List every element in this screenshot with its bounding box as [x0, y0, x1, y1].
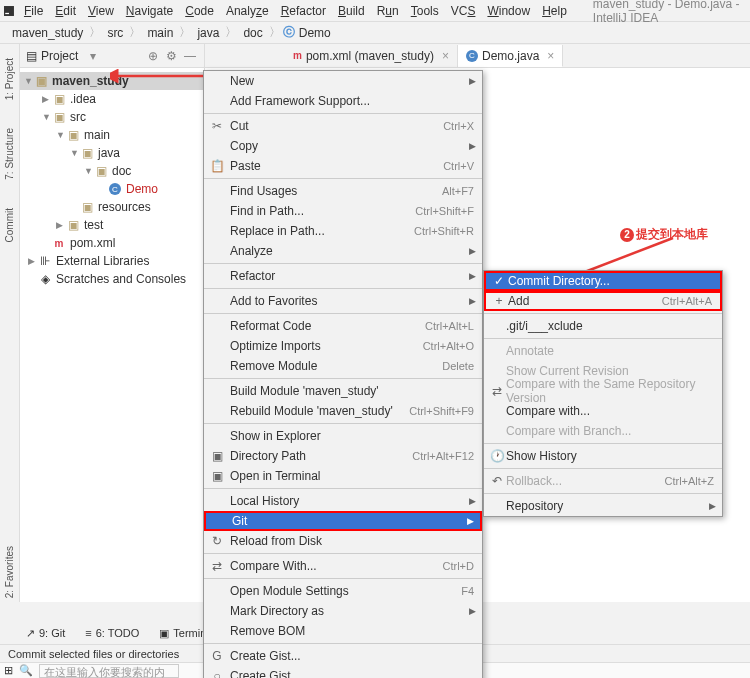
menu-item[interactable]: ○Create Gist...: [204, 666, 482, 678]
svg-rect-1: [5, 12, 9, 13]
menu-vcs[interactable]: VCS: [445, 2, 482, 20]
menu-item[interactable]: Local History▶: [204, 491, 482, 511]
menu-item[interactable]: Reformat CodeCtrl+Alt+L: [204, 316, 482, 336]
tree-item[interactable]: ▼▣java: [20, 144, 204, 162]
menu-tools[interactable]: Tools: [405, 2, 445, 20]
close-icon[interactable]: ×: [442, 49, 449, 63]
editor-tabs: m pom.xml (maven_study) × C Demo.java ×: [205, 44, 750, 68]
project-header-label[interactable]: Project: [41, 49, 86, 63]
menu-item[interactable]: Find UsagesAlt+F7: [204, 181, 482, 201]
menu-item[interactable]: Build Module 'maven_study': [204, 381, 482, 401]
menu-item[interactable]: ↶Rollback...Ctrl+Alt+Z: [484, 471, 722, 491]
menu-item[interactable]: 📋PasteCtrl+V: [204, 156, 482, 176]
tree-item[interactable]: ▣resources: [20, 198, 204, 216]
tree-item[interactable]: ▶⊪External Libraries: [20, 252, 204, 270]
gear-icon[interactable]: ⚙: [166, 49, 180, 63]
menu-edit[interactable]: Edit: [49, 2, 82, 20]
menu-item[interactable]: Open Module SettingsF4: [204, 581, 482, 601]
menu-item[interactable]: Analyze▶: [204, 241, 482, 261]
menu-run[interactable]: Run: [371, 2, 405, 20]
tree-item[interactable]: ▼▣main: [20, 126, 204, 144]
menu-item[interactable]: Show in Explorer: [204, 426, 482, 446]
windows-icon[interactable]: ⊞: [4, 664, 13, 677]
close-icon[interactable]: ×: [547, 49, 554, 63]
menu-item[interactable]: Replace in Path...Ctrl+Shift+R: [204, 221, 482, 241]
bc-main[interactable]: main: [143, 26, 177, 40]
tab-pom[interactable]: m pom.xml (maven_study) ×: [285, 45, 458, 67]
menu-build[interactable]: Build: [332, 2, 371, 20]
menu-item[interactable]: Annotate: [484, 341, 722, 361]
bottom-tab-git[interactable]: ↗ 9: Git: [20, 625, 71, 642]
menu-item[interactable]: Copy▶: [204, 136, 482, 156]
menu-item[interactable]: New▶: [204, 71, 482, 91]
menu-item[interactable]: Repository▶: [484, 496, 722, 516]
breadcrumb: maven_study〉 src〉 main〉 java〉 doc〉 ⓒ Dem…: [0, 22, 750, 44]
tree-item[interactable]: CDemo: [20, 180, 204, 198]
tree-item[interactable]: ▶▣test: [20, 216, 204, 234]
bc-src[interactable]: src: [103, 26, 127, 40]
context-menu: New▶Add Framework Support...✂CutCtrl+XCo…: [203, 70, 483, 678]
menu-item[interactable]: Git▶: [204, 511, 482, 531]
tab-demo[interactable]: C Demo.java ×: [458, 45, 563, 67]
menu-help[interactable]: Help: [536, 2, 573, 20]
menubar: File Edit View Navigate Code Analyze Ref…: [0, 0, 750, 22]
menu-item[interactable]: ⇄Compare With...Ctrl+D: [204, 556, 482, 576]
menu-refactor[interactable]: Refactor: [275, 2, 332, 20]
bc-java[interactable]: java: [193, 26, 223, 40]
menu-item[interactable]: Mark Directory as▶: [204, 601, 482, 621]
menu-item[interactable]: Refactor▶: [204, 266, 482, 286]
menu-item[interactable]: ⇄Compare with the Same Repository Versio…: [484, 381, 722, 401]
hide-icon[interactable]: —: [184, 49, 198, 63]
menu-item[interactable]: ✓Commit Directory...: [484, 271, 722, 291]
menu-item[interactable]: ▣Open in Terminal: [204, 466, 482, 486]
chevron-down-icon[interactable]: ▾: [90, 49, 96, 63]
menu-item[interactable]: Remove ModuleDelete: [204, 356, 482, 376]
search-input[interactable]: 在这里输入你要搜索的内容: [39, 664, 179, 678]
menu-item[interactable]: GCreate Gist...: [204, 646, 482, 666]
menu-item[interactable]: 🕐Show History: [484, 446, 722, 466]
tree-root[interactable]: ▼▣maven_study: [20, 72, 204, 90]
left-tab-favorites[interactable]: 2: Favorites: [2, 542, 17, 602]
maven-icon: m: [293, 50, 302, 61]
left-tab-structure[interactable]: 7: Structure: [2, 124, 17, 184]
left-tool-tabs: 1: Project 7: Structure Commit 2: Favori…: [0, 44, 20, 602]
menu-item[interactable]: Remove BOM: [204, 621, 482, 641]
tree-item[interactable]: ▼▣src: [20, 108, 204, 126]
window-title: maven_study - Demo.java - IntelliJ IDEA: [593, 0, 746, 25]
menu-item[interactable]: Add to Favorites▶: [204, 291, 482, 311]
menu-analyze[interactable]: Analyze: [220, 2, 275, 20]
left-tab-commit[interactable]: Commit: [2, 204, 17, 246]
menu-file[interactable]: File: [18, 2, 49, 20]
menu-item[interactable]: Optimize ImportsCtrl+Alt+O: [204, 336, 482, 356]
tree-item[interactable]: ▼▣doc: [20, 162, 204, 180]
tree-item[interactable]: ◈Scratches and Consoles: [20, 270, 204, 288]
menu-item[interactable]: Rebuild Module 'maven_study'Ctrl+Shift+F…: [204, 401, 482, 421]
intellij-icon: [4, 4, 14, 18]
project-tree: ▼▣maven_study ▶▣.idea▼▣src▼▣main▼▣java▼▣…: [20, 68, 204, 292]
bc-project[interactable]: maven_study: [8, 26, 87, 40]
menu-view[interactable]: View: [82, 2, 120, 20]
git-submenu: ✓Commit Directory...+AddCtrl+Alt+A.git/i…: [483, 270, 723, 517]
menu-item[interactable]: ✂CutCtrl+X: [204, 116, 482, 136]
menu-item[interactable]: Compare with...: [484, 401, 722, 421]
menu-item[interactable]: .git/i___xclude: [484, 316, 722, 336]
menu-window[interactable]: Window: [481, 2, 536, 20]
project-header: ▤ Project ▾ ⊕ ⚙ —: [20, 44, 204, 68]
bottom-tab-todo[interactable]: ≡ 6: TODO: [79, 625, 145, 641]
left-tab-project[interactable]: 1: Project: [2, 54, 17, 104]
collapse-icon[interactable]: ⊕: [148, 49, 162, 63]
status-text: Commit selected files or directories: [8, 648, 179, 660]
bc-doc[interactable]: doc: [239, 26, 266, 40]
menu-item[interactable]: Find in Path...Ctrl+Shift+F: [204, 201, 482, 221]
menu-item[interactable]: ▣Directory PathCtrl+Alt+F12: [204, 446, 482, 466]
menu-item[interactable]: Compare with Branch...: [484, 421, 722, 441]
menu-item[interactable]: Add Framework Support...: [204, 91, 482, 111]
tree-item[interactable]: ▶▣.idea: [20, 90, 204, 108]
menu-code[interactable]: Code: [179, 2, 220, 20]
menu-item[interactable]: +AddCtrl+Alt+A: [484, 291, 722, 311]
bc-demo[interactable]: Demo: [295, 26, 335, 40]
tree-item[interactable]: mpom.xml: [20, 234, 204, 252]
menu-navigate[interactable]: Navigate: [120, 2, 179, 20]
menu-item[interactable]: ↻Reload from Disk: [204, 531, 482, 551]
bottom-tool-tabs: ↗ 9: Git ≡ 6: TODO ▣ Terminal: [20, 622, 221, 644]
